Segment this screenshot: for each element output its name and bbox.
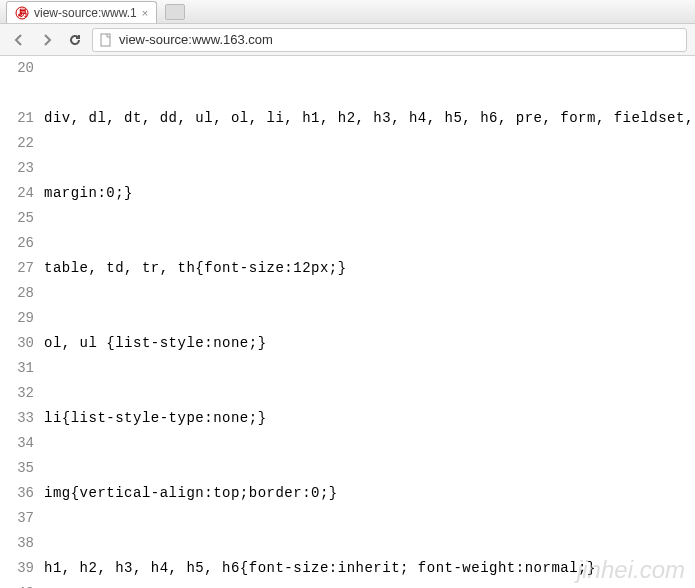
browser-tab[interactable]: 易 view-source:www.1 × xyxy=(6,1,157,23)
netease-favicon-icon: 易 xyxy=(15,6,29,20)
reload-button[interactable] xyxy=(64,29,86,51)
back-button[interactable] xyxy=(8,29,30,51)
svg-rect-2 xyxy=(101,34,110,46)
code-line: li{list-style-type:none;} xyxy=(44,406,695,431)
new-tab-button[interactable] xyxy=(165,4,185,20)
code-line: div, dl, dt, dd, ul, ol, li, h1, h2, h3,… xyxy=(44,106,695,131)
svg-text:易: 易 xyxy=(17,8,27,18)
code-line: img{vertical-align:top;border:0;} xyxy=(44,481,695,506)
address-bar[interactable]: view-source:www.163.com xyxy=(92,28,687,52)
toolbar: view-source:www.163.com xyxy=(0,24,695,56)
tab-bar: 易 view-source:www.1 × xyxy=(0,0,695,24)
reload-icon xyxy=(68,33,82,47)
watermark: jinhei.com xyxy=(577,556,685,584)
close-icon[interactable]: × xyxy=(142,7,148,19)
code-line: table, td, tr, th{font-size:12px;} xyxy=(44,256,695,281)
forward-button[interactable] xyxy=(36,29,58,51)
code-line: ol, ul {list-style:none;} xyxy=(44,331,695,356)
line-gutter: 2021222324252627282930313233343536373839… xyxy=(0,56,44,588)
source-code-view: 2021222324252627282930313233343536373839… xyxy=(0,56,695,588)
arrow-right-icon xyxy=(40,33,54,47)
source-lines[interactable]: div, dl, dt, dd, ul, ol, li, h1, h2, h3,… xyxy=(44,56,695,588)
page-icon xyxy=(99,33,113,47)
url-text: view-source:www.163.com xyxy=(119,32,273,47)
code-line: margin:0;} xyxy=(44,181,695,206)
tab-title: view-source:www.1 xyxy=(34,6,137,20)
arrow-left-icon xyxy=(12,33,26,47)
